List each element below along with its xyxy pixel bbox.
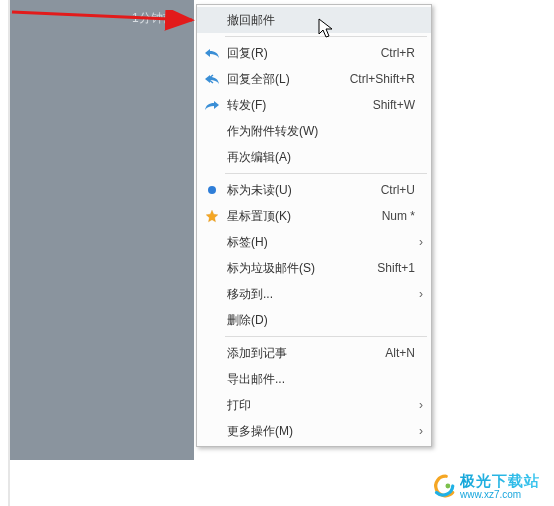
menu-shortcut: Ctrl+U [381,183,415,197]
menu-export[interactable]: 导出邮件... [197,366,431,392]
menu-label: 回复(R) [227,45,371,62]
menu-shortcut: Shift+W [373,98,415,112]
reply-icon [203,44,221,62]
separator [225,173,427,174]
annotation-arrow [0,10,200,34]
svg-line-0 [12,12,192,20]
watermark-url: www.xz7.com [460,489,540,500]
menu-shortcut: Num * [382,209,415,223]
menu-label: 回复全部(L) [227,71,340,88]
chevron-right-icon: › [415,424,423,438]
menu-forward-attachment[interactable]: 作为附件转发(W) [197,118,431,144]
spacer-icon [203,396,221,414]
menu-move-to[interactable]: 移动到... › [197,281,431,307]
menu-label: 添加到记事 [227,345,375,362]
menu-reply-all[interactable]: 回复全部(L) Ctrl+Shift+R [197,66,431,92]
menu-shortcut: Shift+1 [377,261,415,275]
watermark-logo-icon [430,473,456,499]
menu-label: 移动到... [227,286,415,303]
spacer-icon [203,344,221,362]
menu-label: 作为附件转发(W) [227,123,415,140]
menu-forward[interactable]: 转发(F) Shift+W [197,92,431,118]
menu-shortcut: Ctrl+Shift+R [350,72,415,86]
menu-label: 更多操作(M) [227,423,415,440]
left-gutter-edge [8,0,10,506]
menu-label: 打印 [227,397,415,414]
separator [225,36,427,37]
menu-mark-unread[interactable]: 标为未读(U) Ctrl+U [197,177,431,203]
menu-label: 转发(F) [227,97,363,114]
unread-dot-icon [203,181,221,199]
svg-point-1 [208,186,216,194]
spacer-icon [203,259,221,277]
spacer-icon [203,311,221,329]
menu-label: 星标置顶(K) [227,208,372,225]
menu-label: 再次编辑(A) [227,149,415,166]
menu-label: 撤回邮件 [227,12,415,29]
separator [225,336,427,337]
reply-all-icon [203,70,221,88]
menu-mark-spam[interactable]: 标为垃圾邮件(S) Shift+1 [197,255,431,281]
menu-shortcut: Alt+N [385,346,415,360]
spacer-icon [203,285,221,303]
menu-add-note[interactable]: 添加到记事 Alt+N [197,340,431,366]
svg-point-2 [445,484,450,489]
background-panel [0,0,194,460]
menu-label: 删除(D) [227,312,415,329]
watermark: 极光下载站 www.xz7.com [430,473,540,501]
menu-print[interactable]: 打印 › [197,392,431,418]
spacer-icon [203,370,221,388]
menu-label: 标为垃圾邮件(S) [227,260,367,277]
forward-icon [203,96,221,114]
chevron-right-icon: › [415,287,423,301]
spacer-icon [203,422,221,440]
spacer-icon [203,11,221,29]
star-icon [203,207,221,225]
menu-shortcut: Ctrl+R [381,46,415,60]
menu-tags[interactable]: 标签(H) › [197,229,431,255]
chevron-right-icon: › [415,235,423,249]
spacer-icon [203,148,221,166]
menu-label: 标签(H) [227,234,415,251]
menu-edit-again[interactable]: 再次编辑(A) [197,144,431,170]
menu-label: 导出邮件... [227,371,415,388]
menu-star[interactable]: 星标置顶(K) Num * [197,203,431,229]
context-menu: 撤回邮件 回复(R) Ctrl+R 回复全部(L) Ctrl+Shift+R 转… [196,4,432,447]
menu-reply[interactable]: 回复(R) Ctrl+R [197,40,431,66]
menu-recall[interactable]: 撤回邮件 [197,7,431,33]
menu-label: 标为未读(U) [227,182,371,199]
menu-more[interactable]: 更多操作(M) › [197,418,431,444]
spacer-icon [203,122,221,140]
chevron-right-icon: › [415,398,423,412]
menu-delete[interactable]: 删除(D) [197,307,431,333]
watermark-title: 极光下载站 [460,473,540,490]
spacer-icon [203,233,221,251]
